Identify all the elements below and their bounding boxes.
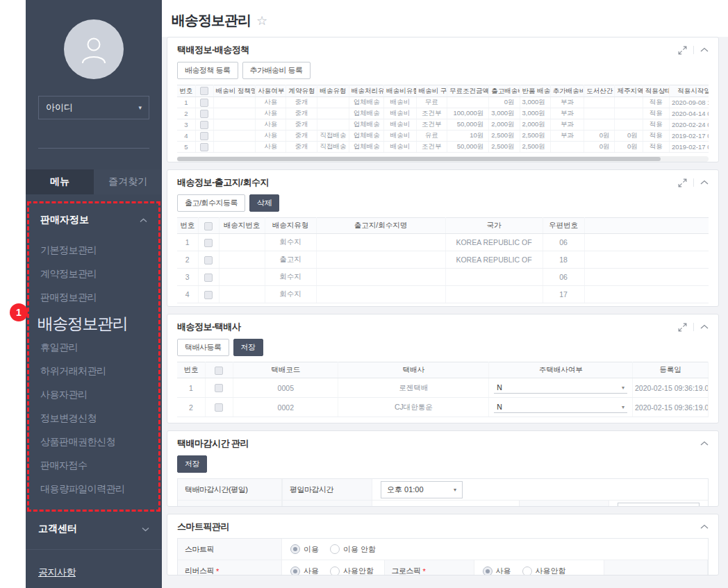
column-header: 무료조건금액 [447,85,488,97]
table-cell: 배송비 [384,97,416,108]
row-checkbox[interactable] [204,256,213,264]
app-window: 1 아이디 ▾ 메뉴 즐겨찾기 [0,0,728,588]
user-id-dropdown[interactable]: 아이디 ▾ [38,96,149,119]
save-button[interactable]: 저장 [177,455,207,473]
select-all-checkbox[interactable] [200,87,208,95]
scrollbar-thumb[interactable] [177,157,661,161]
field-sublabel: 토요일마감시간 [519,501,609,507]
radio-saturday-no-send[interactable]: 발송안함 [420,506,464,507]
sidebar-item-contract-info[interactable]: 계약정보관리 [29,262,158,286]
page-title: 배송정보관리 [172,11,251,30]
collapse-chevron-icon[interactable] [700,524,709,530]
delete-button[interactable]: 삭제 [249,194,279,212]
weekday-deadline-select[interactable]: 오후 01:00 ▾ [381,481,463,498]
collapse-chevron-icon[interactable] [700,441,709,446]
table-cell: 사용 [256,97,286,108]
tab-favorites[interactable]: 즐겨찾기 [94,169,162,194]
favorite-star-icon[interactable]: ☆ [256,13,267,28]
radio-unselected-icon [330,544,340,554]
row-checkbox[interactable] [215,403,223,412]
column-header: 도서산간 [584,85,615,97]
table-cell [219,251,265,269]
sidebar-item-basic-info[interactable]: 기본정보관리 [29,239,158,262]
row-checkbox[interactable] [200,99,208,107]
table-cell [213,142,255,153]
select-all-checkbox[interactable] [215,367,223,375]
chevron-down-icon: ▾ [622,385,624,391]
section-title: 고객센터 [38,523,77,535]
saturday-deadline-select[interactable]: 오후 01:00 ▾ [618,503,700,507]
radio-grosspick-no-use[interactable]: 사용안함 [522,566,566,576]
table-row: 2사용중개업체배송배송비조건부100,000원3,000원3,000원부과적용2… [177,108,709,119]
expand-icon[interactable] [678,178,687,187]
panel-tools [700,524,709,530]
sidebar-item-sub-vendor[interactable]: 하위거래처관리 [29,360,158,383]
radio-smartpick-no-use[interactable]: 이용 안함 [330,544,376,555]
sidebar-search [38,125,149,149]
collapse-chevron-icon[interactable] [700,180,709,185]
radio-grosspick-use[interactable]: 사용 [483,566,511,576]
link-notice[interactable]: 공지사항 [38,566,149,579]
column-header: 택배사 [338,362,489,378]
table-cell: 배송비 [384,119,416,131]
row-checkbox[interactable] [200,110,208,118]
table-cell [584,119,615,131]
radio-selected-icon [290,566,300,576]
radio-reversepick-no-use[interactable]: 사용안함 [330,566,374,576]
save-button[interactable]: 저장 [233,339,263,356]
sidebar-section-seller[interactable]: 판매자정보 [29,209,158,230]
collapse-chevron-icon[interactable] [700,47,709,53]
collapse-chevron-icon[interactable] [700,324,709,330]
radio-smartpick-use[interactable]: 이용 [290,544,319,555]
row-checkbox[interactable] [200,121,208,129]
table-cell: 2020-02-24 04:47:... [669,119,709,131]
sidebar-section-customer-center[interactable]: 고객센터 [26,512,162,544]
primary-courier-select[interactable]: N▾ [494,382,627,394]
table-cell [584,234,709,251]
column-header: 배송지번호 [219,218,265,234]
row-checkbox[interactable] [204,239,213,247]
primary-courier-select[interactable]: N▾ [494,401,627,413]
radio-saturday-send[interactable]: 발송 [381,506,409,507]
table-row: 2출고지KOREA REPUBLIC OF18 [177,251,709,269]
expand-icon[interactable] [678,323,687,332]
row-checkbox[interactable] [200,143,208,151]
policy-table-wrap: 번호배송비 정책명사용여부계약유형배송유형배송처리유형배송비유형배송비 구분무료… [177,85,709,153]
row-checkbox[interactable] [200,132,208,140]
sidebar-item-sales-info[interactable]: 판매정보관리 [29,286,158,310]
sidebar-item-delivery-info-current[interactable]: 배송정보관리 [29,310,158,336]
column-header [205,362,233,378]
sidebar-item-seller-score[interactable]: 판매자점수 [29,454,158,478]
row-checkbox[interactable] [215,384,223,392]
table-cell: 출고지 [265,251,316,269]
register-address-button[interactable]: 출고/회수지등록 [177,194,245,212]
table-cell: 18 [543,251,584,269]
sidebar-item-holiday[interactable]: 휴일관리 [29,336,158,360]
table-cell [219,286,265,303]
radio-reversepick-use[interactable]: 사용 [290,566,319,576]
sidebar-item-info-change[interactable]: 정보변경신청 [29,407,158,430]
sidebar-item-user-mgmt[interactable]: 사용자관리 [29,383,158,407]
panel-body: 스마트픽 이용 이용 안함 [167,538,718,576]
panel-header: 택배정보-배송정책 [167,37,718,61]
column-header: 번호 [177,218,198,234]
table-row: 1회수지KOREA REPUBLIC OF06 [177,234,709,251]
sidebar-item-bulk-file[interactable]: 대용량파일이력관리 [29,478,158,501]
expand-icon[interactable] [678,46,687,55]
row-checkbox[interactable] [204,274,213,282]
search-input[interactable] [38,131,160,142]
column-header: 배송지유형 [265,218,316,234]
table-cell [198,251,219,269]
table-cell: 0원 [584,142,615,153]
register-extra-fee-button[interactable]: 추가배송비 등록 [242,62,311,79]
tab-menu[interactable]: 메뉴 [26,169,94,194]
select-all-checkbox[interactable] [204,222,213,230]
table-cell [213,131,255,142]
table-cell: 부과 [550,119,584,131]
sidebar-item-sales-rights[interactable]: 상품판매권한신청 [29,430,158,454]
register-policy-button[interactable]: 배송정책 등록 [177,62,238,79]
radio-selected-icon [483,566,493,576]
register-courier-button[interactable]: 택배사등록 [177,339,229,356]
table-cell: 0원 [584,131,615,142]
row-checkbox[interactable] [204,291,213,299]
